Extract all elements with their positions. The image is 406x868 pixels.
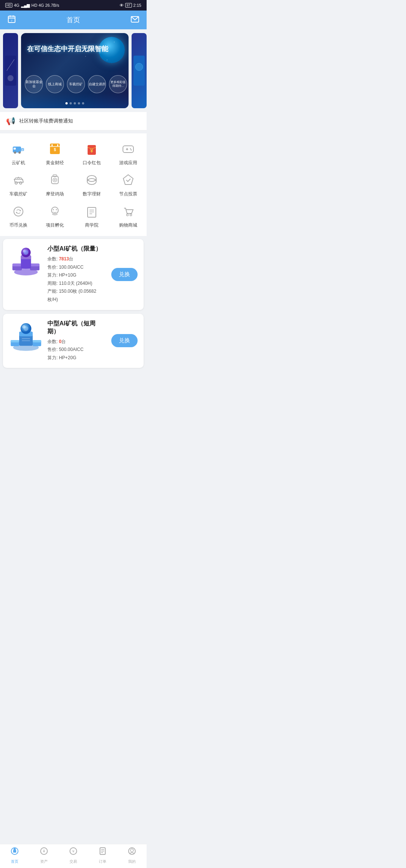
small-miner-image — [9, 245, 43, 279]
view-icon: 👁 — [120, 3, 124, 8]
status-bar: HD 4G ▂▄▆ HD 4G 26.7B/s 👁 97 2:15 — [0, 0, 147, 11]
svg-rect-65 — [30, 264, 39, 266]
banner-left-partial — [3, 33, 18, 108]
business-school-icon — [83, 203, 100, 220]
svg-point-20 — [14, 151, 16, 154]
dot-3[interactable] — [74, 102, 76, 104]
svg-point-11 — [85, 56, 86, 57]
menu-item-gold-finance[interactable]: $ 黄金财经 — [40, 141, 70, 166]
gold-finance-icon: $ — [47, 141, 63, 157]
menu-item-game-app[interactable]: 游戏应用 — [113, 141, 143, 166]
menu-item-shopping[interactable]: 购物商城 — [113, 203, 143, 228]
car-mining-label: 车载挖矿 — [9, 191, 27, 197]
notice-icon: 📢 — [6, 116, 15, 126]
incubation-icon — [47, 203, 63, 220]
node-vote-icon — [120, 172, 136, 189]
medium-miner-title: 中型AI矿机（短周期） — [47, 320, 107, 336]
page-title: 首页 — [17, 15, 129, 24]
svg-point-42 — [54, 179, 56, 181]
game-app-icon — [120, 141, 136, 157]
calendar-icon[interactable]: 7 — [6, 15, 17, 26]
medium-miner-details: 余数: 0台 售价: 500.00AICC 算力: HP+20G — [47, 338, 107, 362]
menu-section: ¥ 云矿机 $ 黄金财经 ¥ — [0, 133, 147, 236]
shopping-icon — [120, 203, 136, 220]
business-school-label: 商学院 — [85, 222, 98, 228]
red-packet-label: 口令红包 — [83, 160, 101, 166]
hd-indicator: HD — [5, 3, 12, 8]
cloud-miner-icon: ¥ — [10, 141, 27, 157]
svg-rect-73 — [11, 340, 20, 342]
menu-row-3: 币币兑换 项目孵化 — [0, 200, 147, 231]
game-app-label: 游戏应用 — [119, 160, 137, 166]
svg-rect-43 — [53, 175, 57, 177]
notice-text[interactable]: 社区转账手续费调整通知 — [19, 118, 73, 124]
svg-point-17 — [135, 63, 143, 71]
svg-text:7: 7 — [11, 20, 12, 22]
status-right: 👁 97 2:15 — [120, 3, 141, 8]
svg-point-60 — [130, 214, 132, 216]
banner-circle-1[interactable]: 新加坡基金会 — [25, 75, 43, 93]
small-miner-info: 小型AI矿机（限量） 余数: 7813台 售价: 100.00AICC 算力: … — [47, 245, 107, 304]
cloud-miner-label: 云矿机 — [12, 160, 25, 166]
medium-miner-exchange-button[interactable]: 兑换 — [111, 334, 138, 347]
svg-point-82 — [24, 326, 29, 331]
banner-circle-4[interactable]: 自建交易所 — [88, 75, 106, 93]
dot-4[interactable] — [78, 102, 80, 104]
product-card-small-miner: 小型AI矿机（限量） 余数: 7813台 售价: 100.00AICC 算力: … — [3, 239, 144, 310]
banner-dots — [65, 102, 84, 104]
svg-line-15 — [100, 53, 107, 60]
banner-circle-5[interactable]: 更多精彩值得期待... — [109, 75, 127, 93]
small-miner-exchange-button[interactable]: 兑换 — [111, 268, 138, 281]
menu-item-cloud-miner[interactable]: ¥ 云矿机 — [3, 141, 33, 166]
battery-level: 97 — [125, 3, 132, 8]
small-miner-details: 余数: 7813台 售价: 100.00AICC 算力: HP+10G 周期: … — [47, 255, 107, 304]
banner-circle-2[interactable]: 线上商城 — [46, 75, 64, 93]
svg-rect-63 — [12, 264, 22, 266]
small-miner-remaining: 7813 — [59, 256, 69, 262]
svg-point-37 — [20, 182, 22, 184]
menu-row-1: ¥ 云矿机 $ 黄金财经 ¥ — [0, 138, 147, 169]
exchange-label: 币币兑换 — [9, 222, 27, 228]
svg-text:$: $ — [54, 148, 56, 152]
svg-rect-19 — [14, 148, 16, 150]
menu-item-chicken-farm[interactable]: 摩登鸡场 — [40, 172, 70, 197]
menu-item-node-vote[interactable]: 节点投票 — [113, 172, 143, 197]
dot-1[interactable] — [65, 102, 68, 104]
menu-item-business-school[interactable]: 商学院 — [77, 203, 107, 228]
svg-text:¥: ¥ — [22, 149, 23, 151]
svg-point-35 — [131, 150, 132, 151]
menu-item-red-packet[interactable]: ¥ 口令红包 — [77, 141, 107, 166]
svg-point-34 — [130, 148, 131, 150]
svg-point-53 — [53, 209, 54, 210]
svg-point-36 — [15, 182, 17, 184]
red-packet-icon: ¥ — [83, 141, 100, 157]
chicken-farm-label: 摩登鸡场 — [46, 191, 64, 197]
banner-section: 在可信生态中开启无限智能 新加坡基金会 线上商城 车载挖矿 自建交易所 更多精彩… — [0, 29, 147, 112]
incubation-label: 项目孵化 — [46, 222, 64, 228]
medium-miner-image — [9, 320, 43, 354]
time-display: 2:15 — [133, 3, 141, 8]
node-vote-label: 节点投票 — [119, 191, 137, 197]
product-card-medium-miner: 中型AI矿机（短周期） 余数: 0台 售价: 500.00AICC 算力: HP… — [3, 314, 144, 368]
menu-item-exchange[interactable]: 币币兑换 — [3, 203, 33, 228]
network-icon: 4G — [14, 3, 20, 8]
menu-item-digital-finance[interactable]: 数字理财 — [77, 172, 107, 197]
banner-circle-3[interactable]: 车载挖矿 — [67, 75, 85, 93]
svg-rect-55 — [88, 207, 96, 217]
exchange-icon — [10, 203, 27, 220]
menu-item-incubation[interactable]: 项目孵化 — [40, 203, 70, 228]
dot-5[interactable] — [82, 102, 84, 104]
gold-finance-label: 黄金财经 — [46, 160, 64, 166]
car-mining-icon — [10, 172, 27, 189]
svg-point-12 — [114, 42, 115, 42]
svg-point-49 — [14, 207, 23, 216]
mail-icon[interactable] — [129, 15, 141, 26]
svg-rect-75 — [33, 340, 41, 342]
shopping-label: 购物商城 — [119, 222, 137, 228]
app-header: 7 首页 — [0, 11, 147, 29]
small-miner-title: 小型AI矿机（限量） — [47, 245, 107, 253]
banner-main[interactable]: 在可信生态中开启无限智能 新加坡基金会 线上商城 车载挖矿 自建交易所 更多精彩… — [21, 33, 129, 108]
menu-item-car-mining[interactable]: 车载挖矿 — [3, 172, 33, 197]
status-left: HD 4G ▂▄▆ HD 4G 26.7B/s — [5, 3, 59, 8]
dot-2[interactable] — [70, 102, 72, 104]
